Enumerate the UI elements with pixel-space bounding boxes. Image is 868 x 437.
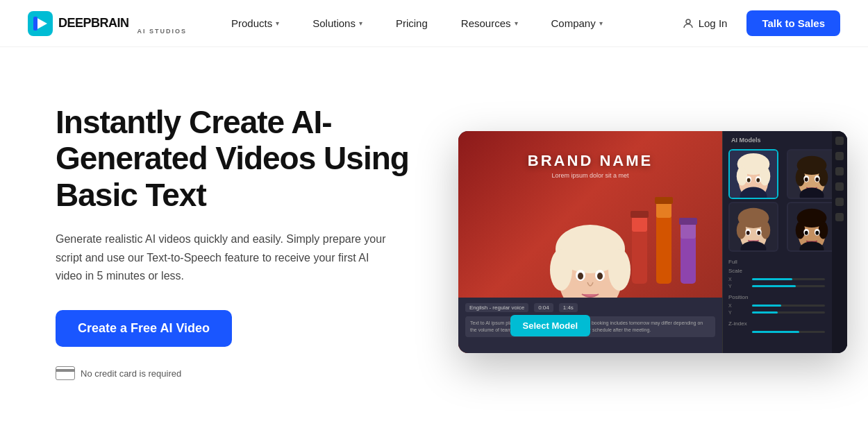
logo-name: DEEPBRAIN	[58, 16, 129, 31]
scale-label: Full	[728, 259, 842, 265]
no-credit-card-note: No credit card is required	[56, 366, 417, 380]
position-section: Position X 38 Y 30	[728, 294, 842, 315]
side-icon-5[interactable]	[835, 198, 844, 206]
time-badge-1: 0:04	[534, 303, 553, 312]
logo[interactable]: DEEPBRAIN AI STUDIOS	[28, 11, 187, 36]
panel-title: AI Models	[728, 137, 842, 144]
model-face-2	[788, 151, 835, 198]
position-label: Position	[728, 294, 842, 300]
navbar: DEEPBRAIN AI STUDIOS Products ▾ Solution…	[0, 0, 868, 47]
svg-point-3	[686, 19, 690, 24]
svg-rect-16	[631, 211, 649, 218]
main-content: Instantly Create AI-Generated Videos Usi…	[0, 47, 868, 437]
language-badge: English - regular voice	[465, 303, 528, 312]
svg-point-31	[756, 178, 760, 182]
model-face-3	[730, 203, 777, 250]
slider-x-scale: X 54	[728, 277, 842, 282]
user-icon	[682, 17, 694, 30]
controls-bar: English - regular voice 0:04 1:4s Text t…	[458, 298, 722, 353]
svg-point-8	[550, 249, 572, 291]
svg-point-51	[757, 231, 760, 235]
brand-sub-text: Lorem ipsum dolor sit a met	[458, 172, 722, 179]
script-text-area: Text to AI ipsum placeholder dolore outp…	[465, 316, 715, 337]
chevron-down-icon: ▾	[599, 19, 603, 27]
svg-rect-19	[655, 197, 673, 204]
logo-icon	[28, 11, 53, 36]
svg-point-30	[747, 178, 751, 182]
side-icon-3[interactable]	[835, 167, 844, 175]
slider-zindex: 1	[728, 329, 842, 334]
svg-rect-14	[632, 228, 647, 284]
video-preview: BRAND NAME Lorem ipsum dolor sit a met	[458, 131, 722, 353]
svg-point-60	[804, 231, 808, 235]
svg-point-26	[737, 166, 748, 185]
slider-y-pos: Y 30	[728, 310, 842, 315]
create-free-video-button[interactable]: Create a Free AI Video	[56, 310, 232, 347]
hero-subtitle: Generate realistic AI videos quickly and…	[56, 230, 389, 285]
svg-point-46	[737, 221, 746, 239]
svg-rect-20	[681, 235, 696, 284]
side-icon-6[interactable]	[835, 213, 844, 221]
svg-point-57	[818, 221, 828, 239]
svg-point-41	[815, 178, 819, 182]
svg-point-36	[795, 169, 805, 186]
svg-rect-22	[679, 218, 697, 225]
hero-title: Instantly Create AI-Generated Videos Usi…	[56, 104, 417, 214]
chevron-down-icon: ▾	[515, 19, 518, 27]
chevron-down-icon: ▾	[359, 19, 362, 27]
svg-point-61	[815, 231, 819, 235]
brand-overlay: BRAND NAME Lorem ipsum dolor sit a met	[458, 152, 722, 179]
svg-point-56	[795, 221, 805, 239]
ai-models-panel: AI Models	[722, 131, 847, 353]
svg-rect-17	[656, 214, 671, 284]
chevron-down-icon: ▾	[276, 19, 279, 27]
svg-point-50	[746, 231, 750, 235]
svg-rect-2	[33, 17, 37, 31]
side-icon-4[interactable]	[835, 182, 844, 191]
controls-row: English - regular voice 0:04 1:4s	[465, 303, 715, 312]
nav-solutions[interactable]: Solutions ▾	[296, 0, 379, 47]
side-icon-1[interactable]	[835, 137, 844, 145]
product-display	[618, 187, 722, 298]
nav-links: Products ▾ Solutions ▾ Pricing Resources…	[215, 0, 674, 47]
model-thumb-3[interactable]	[728, 202, 778, 252]
nav-products[interactable]: Products ▾	[215, 0, 296, 47]
logo-subtitle: AI STUDIOS	[137, 28, 187, 35]
talk-to-sales-button[interactable]: Talk to Sales	[746, 10, 840, 36]
svg-point-47	[761, 221, 771, 239]
hero-section: Instantly Create AI-Generated Videos Usi…	[56, 104, 417, 381]
model-thumb-2[interactable]	[787, 149, 837, 199]
brand-name-text: BRAND NAME	[458, 152, 722, 170]
credit-card-icon	[56, 366, 75, 380]
slider-y-scale: Y 24	[728, 284, 842, 289]
svg-point-37	[818, 169, 828, 186]
model-face-4	[788, 203, 835, 250]
svg-point-40	[804, 178, 808, 182]
zindex-label: Z-index	[728, 320, 842, 327]
app-screenshot: BRAND NAME Lorem ipsum dolor sit a met	[458, 131, 847, 353]
nav-right: Log In Talk to Sales	[674, 10, 840, 36]
scale-section: Full Scale X 54 Y 24	[728, 259, 842, 289]
model-thumb-1[interactable]	[728, 149, 778, 199]
svg-point-13	[597, 273, 603, 280]
model-face-1	[730, 151, 777, 198]
nav-resources[interactable]: Resources ▾	[444, 0, 535, 47]
zindex-section: Z-index 1	[728, 320, 842, 334]
model-thumb-4[interactable]	[787, 202, 837, 252]
model-grid	[728, 149, 842, 252]
side-toolbar	[832, 131, 847, 353]
time-badge-2: 1:4s	[559, 303, 578, 312]
select-model-button[interactable]: Select Model	[510, 315, 590, 336]
login-button[interactable]: Log In	[674, 12, 736, 35]
svg-point-27	[760, 166, 771, 185]
side-icon-2[interactable]	[835, 152, 844, 160]
nav-company[interactable]: Company ▾	[535, 0, 619, 47]
scale-sub: Scale	[728, 268, 842, 274]
nav-pricing[interactable]: Pricing	[379, 0, 444, 47]
slider-x-pos: X 38	[728, 303, 842, 308]
svg-point-12	[578, 273, 583, 280]
app-demo-section: BRAND NAME Lorem ipsum dolor sit a met	[458, 131, 847, 353]
